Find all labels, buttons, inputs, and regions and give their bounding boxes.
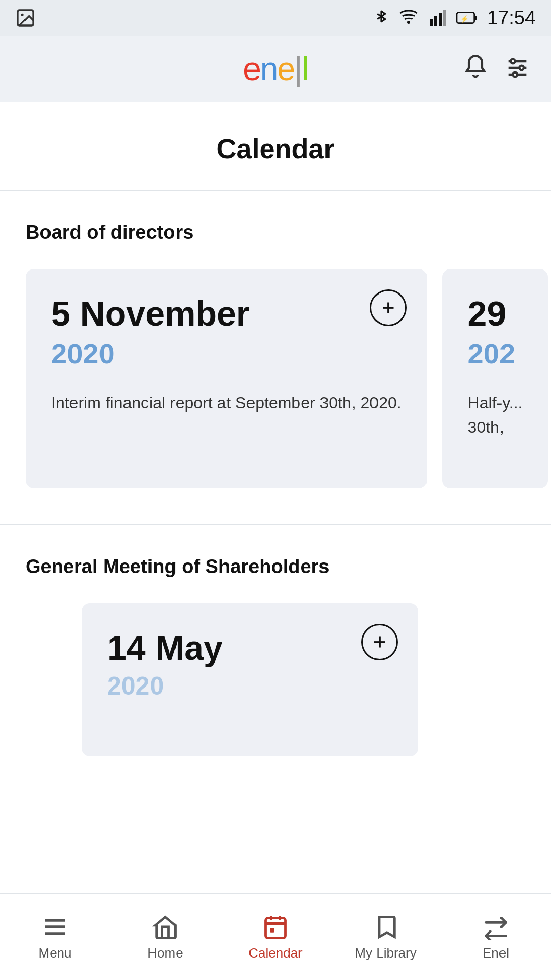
svg-rect-8 bbox=[474, 16, 477, 20]
page-title: Calendar bbox=[0, 102, 551, 190]
bookmark-icon bbox=[372, 914, 399, 940]
bluetooth-icon bbox=[373, 9, 389, 27]
bell-icon bbox=[462, 54, 489, 82]
card-1-year: 2020 bbox=[51, 337, 402, 370]
notification-button[interactable] bbox=[462, 54, 489, 84]
add-event-button-shareholders[interactable] bbox=[361, 624, 398, 660]
nav-label-home: Home bbox=[147, 945, 183, 961]
card-2-date: 29 bbox=[468, 295, 523, 333]
signal-icon bbox=[428, 9, 446, 27]
nav-label-menu: Menu bbox=[38, 945, 71, 961]
status-bar-right: ⚡ 17:54 bbox=[373, 7, 536, 29]
wifi-icon bbox=[398, 9, 419, 27]
nav-item-library[interactable]: My Library bbox=[331, 914, 441, 961]
status-time: 17:54 bbox=[487, 7, 536, 29]
battery-icon: ⚡ bbox=[456, 10, 478, 26]
svg-point-15 bbox=[513, 72, 517, 77]
board-cards-scroll: 5 November 2020 Interim financial report… bbox=[0, 264, 551, 514]
filter-button[interactable] bbox=[504, 54, 531, 84]
nav-label-enel: Enel bbox=[483, 945, 509, 961]
svg-point-14 bbox=[519, 66, 524, 70]
status-bar-left bbox=[15, 8, 36, 28]
svg-text:⚡: ⚡ bbox=[460, 15, 469, 23]
svg-rect-6 bbox=[443, 10, 446, 26]
app-bar: ene|l bbox=[0, 36, 551, 102]
card-1-description: Interim financial report at September 30… bbox=[51, 390, 402, 415]
calendar-card-shareholders-1: 14 May 2020 bbox=[82, 603, 418, 756]
shareholders-cards-scroll: 14 May 2020 bbox=[0, 598, 551, 782]
svg-rect-4 bbox=[434, 16, 437, 26]
calendar-card-2-partial: 29 202 Half-y...30th, bbox=[442, 269, 548, 488]
menu-icon bbox=[42, 914, 68, 940]
status-bar: ⚡ 17:54 bbox=[0, 0, 551, 36]
svg-point-13 bbox=[511, 59, 515, 64]
add-event-button-1[interactable] bbox=[370, 289, 407, 326]
switch-icon bbox=[483, 914, 509, 940]
svg-point-1 bbox=[21, 14, 24, 16]
card-2-description: Half-y...30th, bbox=[468, 390, 523, 439]
card-left-edge bbox=[26, 603, 66, 756]
nav-label-library: My Library bbox=[355, 945, 416, 961]
calendar-card-1: 5 November 2020 Interim financial report… bbox=[26, 269, 427, 488]
section-header-board: Board of directors bbox=[0, 191, 551, 264]
main-content: Calendar Board of directors 5 November 2… bbox=[0, 102, 551, 782]
enel-logo: ene|l bbox=[243, 50, 308, 88]
svg-rect-5 bbox=[439, 13, 442, 26]
bottom-navigation: Menu Home Calendar My Library bbox=[0, 893, 551, 980]
card-2-year: 202 bbox=[468, 337, 523, 370]
nav-item-home[interactable]: Home bbox=[110, 914, 220, 961]
nav-item-menu[interactable]: Menu bbox=[0, 914, 110, 961]
image-icon bbox=[15, 8, 36, 28]
card-1-date: 5 November bbox=[51, 295, 402, 333]
section-header-shareholders: General Meeting of Shareholders bbox=[0, 525, 551, 598]
calendar-icon bbox=[262, 914, 289, 940]
nav-item-calendar[interactable]: Calendar bbox=[220, 914, 331, 961]
svg-rect-3 bbox=[430, 19, 433, 26]
plus-icon bbox=[379, 299, 397, 317]
nav-item-enel[interactable]: Enel bbox=[441, 914, 551, 961]
svg-point-2 bbox=[407, 21, 410, 24]
sliders-icon bbox=[504, 54, 531, 82]
nav-label-calendar: Calendar bbox=[248, 945, 303, 961]
svg-rect-27 bbox=[270, 928, 274, 933]
app-bar-actions bbox=[462, 54, 531, 84]
card-shareholders-year: 2020 bbox=[107, 671, 393, 701]
svg-rect-23 bbox=[266, 918, 286, 938]
plus-icon-2 bbox=[370, 633, 389, 651]
card-shareholders-date: 14 May bbox=[107, 629, 393, 667]
home-icon bbox=[152, 914, 179, 940]
